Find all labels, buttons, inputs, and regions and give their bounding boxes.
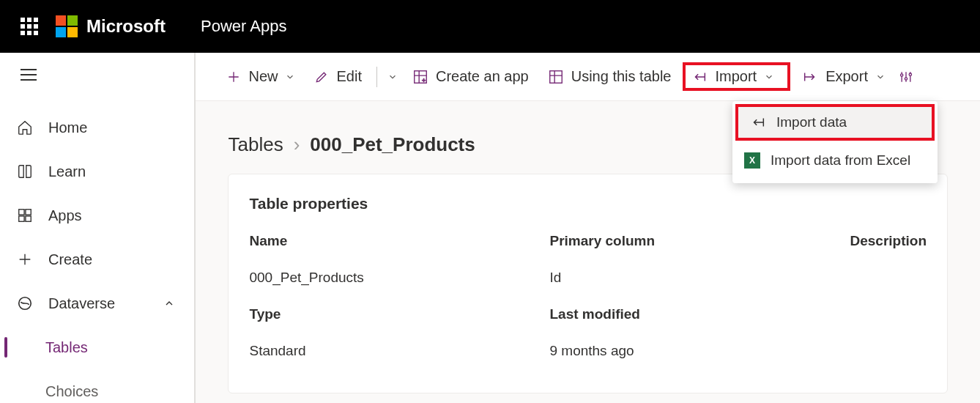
prop-label-name: Name bbox=[249, 233, 549, 262]
sidebar-item-tables[interactable]: Tables bbox=[0, 325, 194, 369]
edit-split-button[interactable] bbox=[385, 67, 401, 86]
sidebar-item-label: Dataverse bbox=[48, 295, 115, 312]
prop-label-type: Type bbox=[249, 306, 549, 336]
import-dropdown: Import data Import data from Excel bbox=[732, 101, 938, 183]
sidebar-item-label: Tables bbox=[45, 339, 88, 356]
prop-value-type: Standard bbox=[249, 343, 549, 372]
prop-value-description bbox=[850, 270, 927, 299]
dataverse-icon bbox=[16, 295, 34, 312]
edit-button[interactable]: Edit bbox=[307, 64, 368, 89]
home-icon bbox=[16, 119, 34, 136]
breadcrumb-separator-icon: › bbox=[294, 133, 300, 156]
sidebar-item-label: Choices bbox=[45, 383, 98, 400]
svg-rect-6 bbox=[549, 70, 562, 83]
microsoft-brand[interactable]: Microsoft bbox=[56, 15, 166, 37]
settings-button[interactable] bbox=[897, 65, 915, 89]
app-name-label: Power Apps bbox=[201, 17, 286, 36]
prop-label-modified: Last modified bbox=[549, 306, 850, 336]
import-label: Import bbox=[715, 68, 757, 85]
import-data-item[interactable]: Import data bbox=[735, 104, 935, 141]
global-header: Microsoft Power Apps bbox=[0, 0, 980, 53]
svg-rect-0 bbox=[19, 210, 24, 215]
svg-point-7 bbox=[900, 73, 902, 75]
microsoft-label: Microsoft bbox=[86, 16, 166, 37]
import-data-label: Import data bbox=[776, 114, 847, 130]
chevron-up-icon bbox=[160, 295, 178, 312]
import-data-icon bbox=[750, 115, 766, 130]
book-icon bbox=[16, 163, 34, 180]
sidebar-item-dataverse[interactable]: Dataverse bbox=[0, 281, 194, 325]
sidebar-item-create[interactable]: Create bbox=[0, 237, 194, 281]
chevron-down-icon bbox=[387, 72, 398, 82]
sidebar-item-label: Apps bbox=[48, 207, 82, 224]
sidebar-item-learn[interactable]: Learn bbox=[0, 149, 194, 193]
hamburger-icon bbox=[21, 69, 37, 81]
svg-rect-3 bbox=[26, 216, 31, 221]
prop-value-modified: 9 months ago bbox=[549, 343, 850, 372]
plus-icon bbox=[16, 251, 34, 268]
app-launcher-icon[interactable] bbox=[21, 18, 38, 35]
sidebar-item-label: Create bbox=[48, 251, 92, 268]
toolbar: New Edit Create an app Using this table bbox=[196, 53, 980, 101]
svg-rect-2 bbox=[19, 216, 24, 221]
sidebar-item-choices[interactable]: Choices bbox=[0, 369, 194, 403]
import-excel-item[interactable]: Import data from Excel bbox=[732, 141, 938, 180]
import-button[interactable]: Import bbox=[683, 62, 790, 91]
import-excel-label: Import data from Excel bbox=[771, 152, 910, 169]
sidebar-item-label: Learn bbox=[48, 163, 86, 180]
sidebar-item-apps[interactable]: Apps bbox=[0, 193, 194, 237]
card-title: Table properties bbox=[249, 195, 927, 212]
create-app-button[interactable]: Create an app bbox=[405, 64, 536, 89]
table-properties-card: Table properties Name Primary column Des… bbox=[228, 174, 948, 393]
excel-icon bbox=[744, 152, 760, 169]
new-button[interactable]: New bbox=[219, 64, 302, 89]
chevron-down-icon bbox=[875, 72, 886, 82]
new-label: New bbox=[248, 68, 278, 85]
export-button[interactable]: Export bbox=[795, 64, 893, 89]
sidebar-toggle-button[interactable] bbox=[0, 60, 194, 89]
export-label: Export bbox=[825, 68, 868, 85]
prop-label-primary: Primary column bbox=[549, 233, 850, 262]
toolbar-divider bbox=[376, 67, 377, 87]
chevron-down-icon bbox=[764, 72, 774, 82]
sidebar-item-label: Home bbox=[48, 119, 87, 136]
prop-value-name: 000_Pet_Products bbox=[249, 270, 549, 299]
using-table-label: Using this table bbox=[571, 68, 672, 85]
breadcrumb-root[interactable]: Tables bbox=[228, 133, 283, 156]
breadcrumb-current: 000_Pet_Products bbox=[310, 133, 475, 156]
svg-point-8 bbox=[905, 77, 907, 79]
svg-rect-1 bbox=[26, 210, 31, 215]
svg-rect-5 bbox=[415, 70, 427, 83]
sidebar-item-home[interactable]: Home bbox=[0, 106, 194, 149]
microsoft-logo-icon bbox=[56, 15, 78, 37]
svg-point-9 bbox=[909, 73, 911, 75]
chevron-down-icon bbox=[285, 72, 295, 82]
grid-icon bbox=[16, 207, 34, 224]
edit-label: Edit bbox=[336, 68, 361, 85]
create-app-label: Create an app bbox=[436, 68, 529, 85]
sidebar: Home Learn Apps Create Dataverse bbox=[0, 53, 196, 403]
prop-label-description: Description bbox=[850, 233, 927, 262]
prop-value-primary: Id bbox=[549, 270, 850, 299]
using-table-button[interactable]: Using this table bbox=[541, 64, 679, 89]
